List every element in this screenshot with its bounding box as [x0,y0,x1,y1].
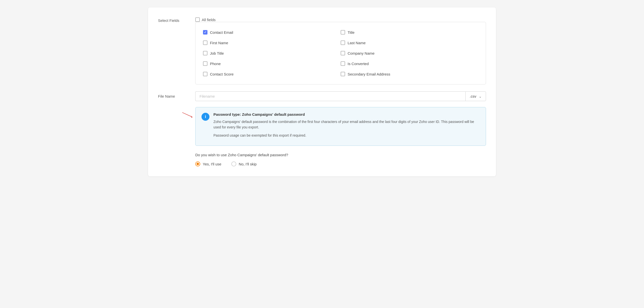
page-container: Select Fields All fields Contact Email [148,8,496,176]
field-label-first-name: First Name [210,41,228,45]
radio-group: Yes, I'll use No, I'll skip [195,162,486,166]
field-label-job-title: Job Title [210,51,224,56]
info-icon: i [202,113,210,121]
chevron-down-icon: ⌄ [479,94,482,98]
radio-yes-inner [196,163,199,165]
info-desc-1: Zoho Campaigns' default password is the … [214,119,480,130]
info-desc-2: Password usage can be exempted for this … [214,133,480,138]
password-question-section: Do you wish to use Zoho Campaigns' defau… [195,153,486,166]
field-contact-score[interactable]: Contact Score [203,69,341,79]
password-question-text: Do you wish to use Zoho Campaigns' defau… [195,153,486,157]
field-label-is-converted: Is Converted [348,62,369,66]
field-job-title[interactable]: Job Title [203,48,341,58]
radio-no-label: No, I'll skip [239,162,257,166]
checkbox-title[interactable] [341,30,345,34]
radio-yes[interactable]: Yes, I'll use [195,162,222,166]
field-phone[interactable]: Phone [203,58,341,69]
info-box: i Password type: Zoho Campaigns' default… [195,107,486,146]
select-fields-label: Select Fields [158,15,188,22]
radio-no-outer[interactable] [231,162,236,166]
all-fields-text: All fields [202,18,216,22]
filename-input-wrapper: .csv ⌄ [195,92,486,101]
filename-label: File Name [158,94,188,98]
checkbox-job-title[interactable] [203,51,208,56]
field-company-name[interactable]: Company Name [341,48,478,58]
field-label-phone: Phone [210,62,221,66]
all-fields-wrapper: All fields [195,15,486,22]
file-ext-dropdown[interactable]: .csv ⌄ [465,92,486,101]
field-label-secondary-email: Secondary Email Address [348,72,390,76]
arrow-indicator [180,112,195,119]
field-secondary-email[interactable]: Secondary Email Address [341,69,478,79]
filename-input[interactable] [195,92,465,101]
checkbox-last-name[interactable] [341,40,345,45]
field-label-contact-email: Contact Email [210,30,233,34]
field-first-name[interactable]: First Name [203,38,341,48]
radio-yes-label: Yes, I'll use [203,162,222,166]
field-label-title: Title [348,30,354,34]
file-ext-text: .csv [470,94,476,98]
checkbox-first-name[interactable] [203,40,208,45]
field-is-converted[interactable]: Is Converted [341,58,478,69]
field-last-name[interactable]: Last Name [341,38,478,48]
filename-row: File Name .csv ⌄ [158,92,486,101]
info-content: Password type: Zoho Campaigns' default p… [214,112,480,140]
checkbox-company-name[interactable] [341,51,345,56]
select-fields-row: Select Fields All fields Contact Email [158,15,486,84]
all-fields-checkbox-label[interactable]: All fields [195,18,216,22]
fields-panel: Contact Email Title First Name Last Name [195,22,486,84]
radio-yes-outer[interactable] [195,162,200,166]
field-label-contact-score: Contact Score [210,72,234,76]
info-box-wrapper: i Password type: Zoho Campaigns' default… [195,107,486,146]
checkbox-contact-email[interactable] [203,30,208,34]
checkbox-contact-score[interactable] [203,72,208,76]
field-contact-email[interactable]: Contact Email [203,27,341,38]
fields-grid: Contact Email Title First Name Last Name [203,27,478,79]
field-label-company-name: Company Name [348,51,374,56]
radio-no[interactable]: No, I'll skip [231,162,257,166]
svg-line-0 [182,112,192,117]
field-title[interactable]: Title [341,27,478,38]
info-title: Password type: Zoho Campaigns' default p… [214,112,480,116]
field-label-last-name: Last Name [348,41,366,45]
all-fields-checkbox[interactable] [195,18,200,22]
checkbox-phone[interactable] [203,61,208,66]
checkbox-secondary-email[interactable] [341,72,345,76]
checkbox-is-converted[interactable] [341,61,345,66]
